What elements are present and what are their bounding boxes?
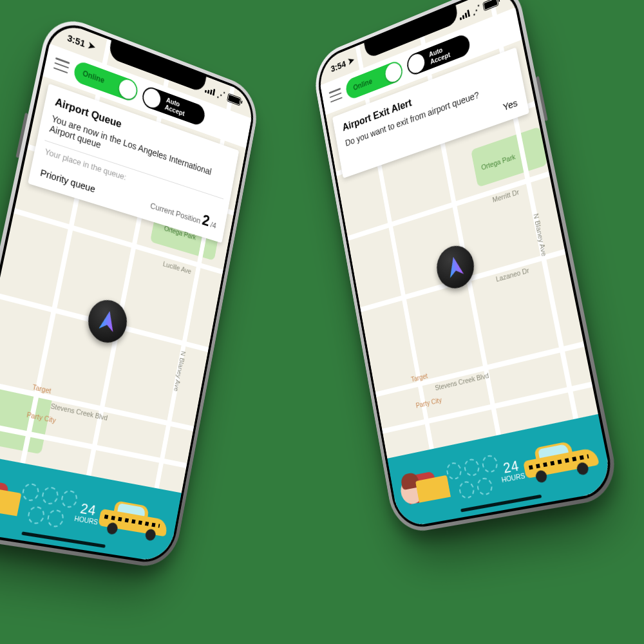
battery-icon	[227, 93, 242, 106]
toggle-knob	[117, 77, 138, 102]
feature-bubbles	[446, 454, 504, 501]
taxi-illustration	[521, 436, 601, 485]
queue-name: Priority queue	[39, 167, 96, 194]
status-time: 3:51	[66, 32, 86, 48]
online-toggle-label: Online	[353, 77, 373, 92]
map-poi-label: Party City	[415, 396, 442, 410]
toggle-knob	[142, 86, 162, 110]
map-road-label: Lazaneo Dr	[495, 266, 530, 283]
auto-accept-label: Auto Accept	[164, 96, 199, 122]
position-total: /4	[210, 220, 217, 231]
map-road-label: Merritt Dr	[492, 188, 520, 204]
map-road-label: Alberta Ave	[50, 160, 84, 178]
battery-icon	[482, 0, 498, 11]
phone-mockup-left: 3:51 ➤ ⋰ Online Auto Accept	[0, 10, 262, 570]
auto-accept-label: Auto Accept	[428, 38, 464, 65]
online-toggle-label: Online	[82, 69, 105, 85]
location-arrow-icon: ➤	[87, 39, 97, 53]
toggle-knob	[407, 52, 426, 75]
map-park-label: Ortega Park	[480, 153, 516, 171]
map-poi-label: Target	[32, 383, 52, 395]
confirm-yes-button[interactable]: Yes	[502, 97, 518, 113]
cell-signal-icon	[205, 86, 215, 95]
feature-bubbles	[17, 482, 79, 530]
map-city-label: Sunnyvale	[55, 97, 106, 126]
map-road-label: Stevens Creek Blvd	[434, 372, 489, 392]
toggle-knob	[384, 61, 402, 84]
taxi-illustration	[97, 498, 170, 543]
phone-mockup-right: 3:54 ➤ ⋰ Online Auto Accept	[310, 0, 621, 536]
status-time: 3:54	[330, 58, 346, 73]
home-indicator	[21, 531, 106, 548]
map-poi-label: Party City	[26, 410, 56, 424]
menu-icon[interactable]	[53, 57, 70, 73]
map-road-label: N Blaney Ave	[533, 213, 548, 257]
wifi-icon: ⋰	[216, 88, 226, 102]
operator-illustration	[0, 477, 23, 516]
operator-illustration	[399, 469, 451, 506]
map-road-label: N Blaney Ave	[173, 350, 187, 392]
home-indicator	[460, 495, 542, 513]
position-label: Current Position	[149, 201, 201, 225]
hours-badge: 24HOURS	[498, 457, 526, 484]
cell-signal-icon	[459, 9, 469, 20]
location-arrow-icon: ➤	[347, 54, 355, 67]
map-road-label: Stevens Creek Blvd	[50, 402, 108, 422]
wifi-icon: ⋰	[471, 3, 481, 17]
hours-badge: 24HOURS	[74, 500, 102, 526]
menu-icon[interactable]	[329, 88, 343, 102]
